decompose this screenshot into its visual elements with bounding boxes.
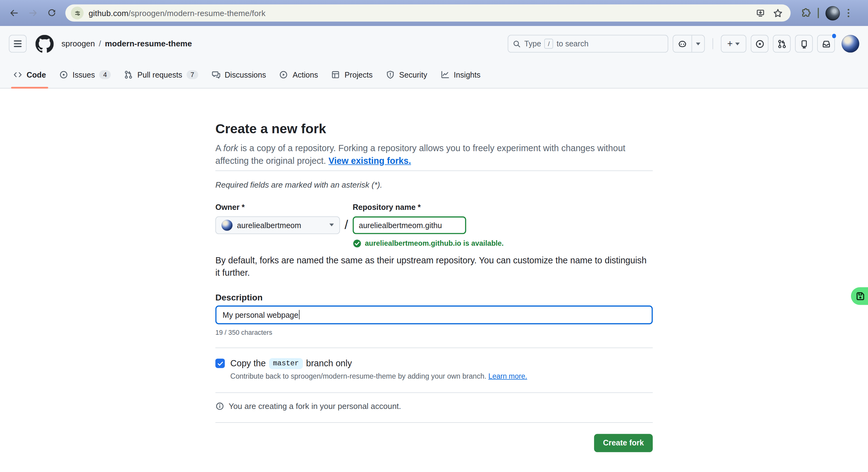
search-input[interactable]: Type / to search xyxy=(508,35,668,53)
availability-row: aureliealbertmeom.github.io is available… xyxy=(353,239,653,248)
copilot-dropdown[interactable] xyxy=(691,36,704,52)
copy-branch-checkbox[interactable] xyxy=(215,358,224,368)
forward-arrow-icon xyxy=(28,8,37,18)
fork-intro-text: A fork is a copy of a repository. Forkin… xyxy=(215,141,652,167)
header-separator xyxy=(712,38,713,50)
chevron-down-icon xyxy=(329,223,334,226)
url-host: github.com xyxy=(88,9,128,18)
description-input[interactable]: My personal webpage xyxy=(215,305,652,324)
breadcrumb-owner-link[interactable]: sproogen xyxy=(62,39,95,49)
chevron-down-icon xyxy=(736,42,740,45)
browser-chrome: github.com/sproogen/modern-resume-theme/… xyxy=(0,0,868,26)
url-bar[interactable]: github.com/sproogen/modern-resume-theme/… xyxy=(65,4,790,22)
chevron-down-icon xyxy=(696,42,701,45)
tab-pull-requests[interactable]: Pull requests 7 xyxy=(118,62,204,88)
learn-more-link[interactable]: Learn more. xyxy=(488,372,527,380)
browser-reload-button[interactable] xyxy=(43,5,60,21)
divider xyxy=(215,347,652,348)
description-label: Description xyxy=(215,292,652,303)
tab-issues[interactable]: Issues 4 xyxy=(54,62,117,88)
repository-name-input[interactable]: aureliealbertmeom.githu xyxy=(353,216,466,234)
extensions-button[interactable] xyxy=(801,8,811,18)
copilot-icon xyxy=(673,36,691,52)
default-naming-note: By default, forks are named the same as … xyxy=(215,254,652,279)
unread-notification-badge xyxy=(831,33,836,39)
github-logo[interactable] xyxy=(36,35,54,53)
required-fields-note: Required fields are marked with an aster… xyxy=(215,180,652,189)
page-title: Create a new fork xyxy=(215,120,652,137)
browser-back-button[interactable] xyxy=(6,5,22,21)
pull-requests-dashboard-button[interactable] xyxy=(773,35,790,53)
submit-row: Create fork xyxy=(215,434,652,452)
repositories-button[interactable] xyxy=(795,35,813,53)
tab-code[interactable]: Code xyxy=(8,62,51,88)
browser-menu-button[interactable] xyxy=(847,8,851,18)
code-icon xyxy=(13,70,22,79)
owner-repo-row: Owner * aureliealbertmeom / Repository n… xyxy=(215,202,652,234)
repository-name-label: Repository name * xyxy=(353,202,466,212)
owner-select[interactable]: aureliealbertmeom xyxy=(215,216,340,234)
inbox-icon xyxy=(821,39,831,49)
tab-projects[interactable]: Projects xyxy=(326,62,378,88)
owner-select-value: aureliealbertmeom xyxy=(237,220,301,229)
browser-actions xyxy=(801,6,851,21)
plus-icon: + xyxy=(727,39,733,49)
breadcrumb-repo-link[interactable]: modern-resume-theme xyxy=(105,39,192,49)
site-controls-icon[interactable] xyxy=(71,6,84,19)
user-avatar[interactable] xyxy=(841,35,859,53)
character-counter: 19 / 350 characters xyxy=(215,328,652,336)
discussions-icon xyxy=(212,70,220,79)
bookmark-star-button[interactable] xyxy=(771,6,785,21)
search-icon xyxy=(513,39,521,48)
table-icon xyxy=(331,70,340,79)
save-extension-button[interactable] xyxy=(851,287,868,305)
git-pull-request-icon xyxy=(777,39,786,49)
tab-actions[interactable]: Actions xyxy=(274,62,323,88)
star-icon xyxy=(773,8,783,18)
send-to-device-button[interactable] xyxy=(753,6,768,21)
tab-insights[interactable]: Insights xyxy=(435,62,486,88)
availability-message: aureliealbertmeom.github.io is available… xyxy=(365,239,504,247)
url-path: /sproogen/modern-resume-theme/fork xyxy=(128,9,265,18)
chrome-separator xyxy=(817,8,819,18)
screen: github.com/sproogen/modern-resume-theme/… xyxy=(0,0,868,472)
global-nav-menu-button[interactable] xyxy=(9,35,27,53)
text-cursor xyxy=(299,310,300,319)
divider xyxy=(215,422,652,422)
browser-forward-button[interactable] xyxy=(24,5,41,21)
tab-discussions[interactable]: Discussions xyxy=(206,62,272,88)
description-value: My personal webpage xyxy=(223,310,299,319)
github-header-actions: Type / to search + xyxy=(508,35,859,53)
info-icon xyxy=(215,402,224,410)
shield-icon xyxy=(386,70,395,79)
browser-profile-avatar[interactable] xyxy=(826,6,840,21)
personal-account-note: You are creating a fork in your personal… xyxy=(215,402,652,410)
play-circle-icon xyxy=(279,70,288,79)
breadcrumb: sproogen / modern-resume-theme xyxy=(62,39,192,49)
tab-security[interactable]: Security xyxy=(380,62,433,88)
main-content: Create a new fork A fork is a copy of a … xyxy=(0,88,868,452)
copy-branch-subtext: Contribute back to sproogen/modern-resum… xyxy=(230,372,653,380)
check-circle-icon xyxy=(353,239,362,248)
issues-dashboard-button[interactable] xyxy=(751,35,768,53)
check-icon xyxy=(217,360,223,367)
pull-requests-counter: 7 xyxy=(187,70,198,79)
issue-opened-icon xyxy=(59,70,68,79)
branch-name-pill: master xyxy=(269,358,303,369)
notifications-button[interactable] xyxy=(817,35,835,53)
view-existing-forks-link[interactable]: View existing forks. xyxy=(329,156,411,165)
copy-branch-label: Copy the master branch only xyxy=(230,358,352,369)
git-pull-request-icon xyxy=(124,70,133,79)
divider xyxy=(215,392,652,393)
slash-keycap: / xyxy=(545,39,554,49)
owner-avatar xyxy=(221,219,232,230)
create-fork-button[interactable]: Create fork xyxy=(594,434,653,452)
search-placeholder-prefix: Type xyxy=(524,39,541,49)
github-header: sproogen / modern-resume-theme Type / to… xyxy=(0,26,868,62)
breadcrumb-separator: / xyxy=(99,39,101,49)
copilot-button[interactable] xyxy=(673,35,705,53)
reload-icon xyxy=(47,8,56,18)
create-new-button[interactable]: + xyxy=(721,35,746,53)
floppy-disk-icon xyxy=(855,291,865,301)
owner-label: Owner * xyxy=(215,202,340,212)
